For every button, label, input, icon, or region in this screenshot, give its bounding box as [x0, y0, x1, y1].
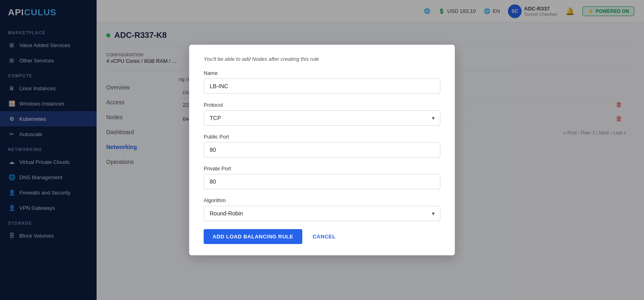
algorithm-form-group: Algorithm Round-Robin Least Connections … — [204, 197, 440, 221]
modal-overlay: You'll be able to add Nodes after creati… — [97, 0, 644, 300]
modal-actions: ADD LOAD BALANCING RULE CANCEL — [204, 229, 440, 244]
private-port-form-group: Private Port — [204, 166, 440, 189]
add-load-balancing-rule-button[interactable]: ADD LOAD BALANCING RULE — [204, 229, 302, 244]
add-load-balancing-rule-modal: You'll be able to add Nodes after creati… — [189, 45, 455, 255]
private-port-label: Private Port — [204, 166, 440, 172]
name-form-group: Name — [204, 70, 440, 94]
protocol-form-group: Protocol TCP UDP ICMP — [204, 102, 440, 126]
algorithm-label: Algorithm — [204, 197, 440, 203]
protocol-label: Protocol — [204, 102, 440, 108]
name-input[interactable] — [204, 79, 440, 94]
cancel-button[interactable]: CANCEL — [309, 229, 340, 244]
protocol-select-wrapper: TCP UDP ICMP — [204, 110, 440, 126]
public-port-input[interactable] — [204, 142, 440, 157]
modal-notice: You'll be able to add Nodes after creati… — [204, 56, 440, 62]
private-port-input[interactable] — [204, 174, 440, 189]
algorithm-select-wrapper: Round-Robin Least Connections Source — [204, 206, 440, 221]
main-area: 🌐 💲 USD 183.10 🌐 EN SC ADC-R337 Surjeet … — [97, 0, 644, 300]
protocol-select[interactable]: TCP UDP ICMP — [204, 110, 440, 126]
public-port-form-group: Public Port — [204, 134, 440, 157]
algorithm-select[interactable]: Round-Robin Least Connections Source — [204, 206, 440, 221]
public-port-label: Public Port — [204, 134, 440, 140]
name-label: Name — [204, 70, 440, 76]
